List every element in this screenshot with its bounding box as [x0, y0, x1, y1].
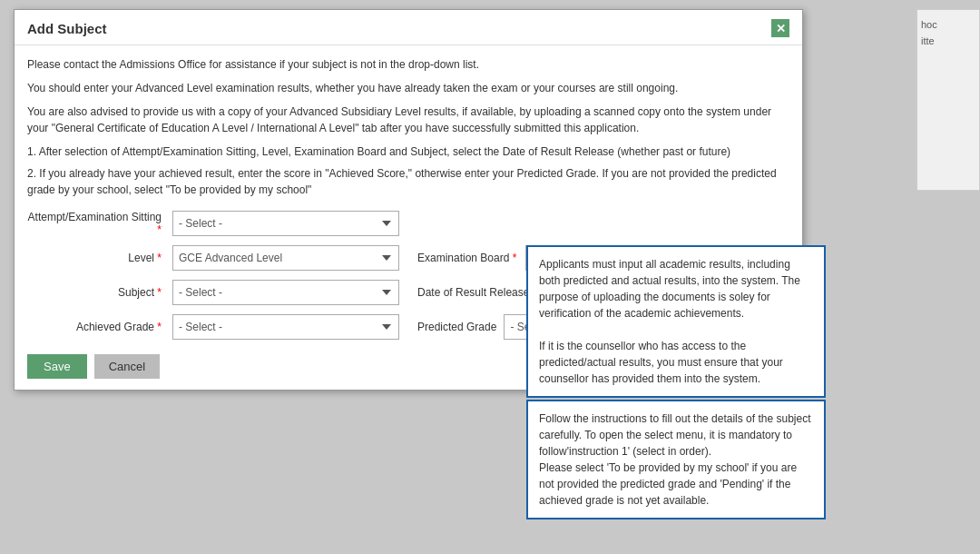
right-panel-partial: hoc itte	[916, 9, 980, 191]
achieved-grade-select[interactable]: - Select -	[172, 314, 399, 340]
modal-title: Add Subject	[27, 21, 107, 36]
right-panel-text: hoc itte	[917, 10, 979, 56]
subject-select[interactable]: - Select -	[172, 280, 399, 305]
tooltip-box-1: Applicants must input all academic resul…	[526, 245, 826, 398]
attempt-label: Attempt/Examination Sitting *	[27, 211, 172, 236]
info-line-2: You should enter your Advanced Level exa…	[27, 80, 789, 96]
cancel-button[interactable]: Cancel	[94, 354, 160, 379]
info-line-1: Please contact the Admissions Office for…	[27, 56, 789, 73]
tooltip-2-text: Follow the instructions to fill out the …	[539, 412, 811, 507]
tooltip-box-2: Follow the instructions to fill out the …	[526, 400, 826, 519]
modal-close-button[interactable]: ✕	[771, 19, 789, 37]
predicted-grade-label: Predicted Grade	[417, 321, 496, 333]
tooltip-1-text: Applicants must input all academic resul…	[539, 258, 800, 385]
info-line-4: 1. After selection of Attempt/Examinatio…	[27, 143, 789, 160]
info-line-5: 2. If you already have your achieved res…	[27, 165, 789, 198]
date-result-label: Date of Result Release *	[417, 286, 536, 299]
achieved-grade-label: Achieved Grade *	[27, 321, 172, 333]
modal-header: Add Subject ✕	[15, 10, 802, 45]
examination-board-label: Examination Board *	[417, 252, 516, 264]
attempt-row: Attempt/Examination Sitting * - Select -	[27, 211, 789, 236]
info-line-3: You are also advised to provide us with …	[27, 104, 789, 136]
attempt-select[interactable]: - Select -	[172, 211, 399, 236]
level-select[interactable]: GCE Advanced Level GCE Ordinary Level In…	[172, 245, 399, 271]
page-wrapper: hoc itte Add Subject ✕ Please contact th…	[0, 0, 980, 554]
save-button[interactable]: Save	[27, 354, 87, 379]
subject-label: Subject *	[27, 286, 172, 299]
level-label: Level *	[27, 252, 172, 264]
